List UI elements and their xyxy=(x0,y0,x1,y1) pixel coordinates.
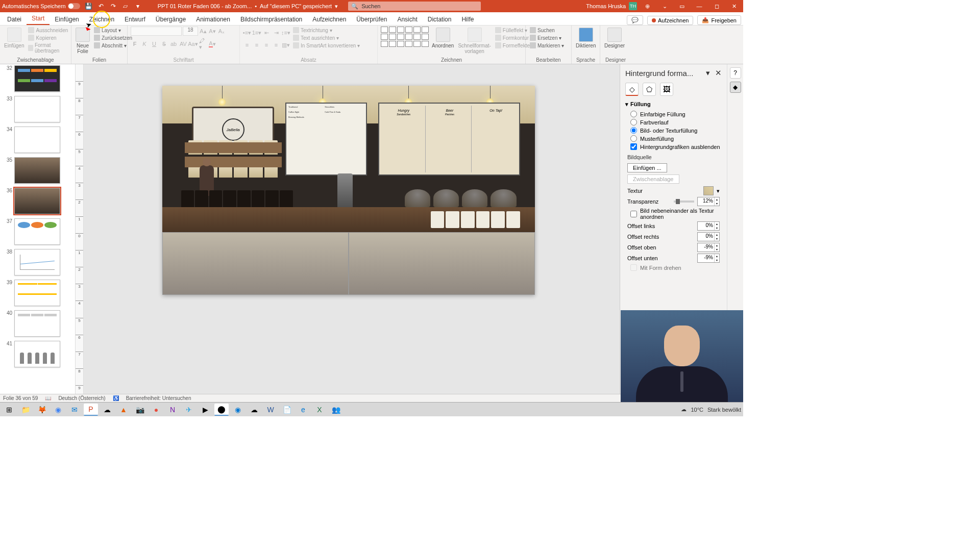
designer-button[interactable]: Designer xyxy=(603,27,626,49)
save-icon[interactable]: 💾 xyxy=(84,2,93,11)
line-spacing-button[interactable]: ↕≡▾ xyxy=(282,29,290,37)
increase-font-icon[interactable]: A▴ xyxy=(199,27,207,35)
help-rail-icon[interactable]: ? xyxy=(730,67,741,79)
slide-editor[interactable]: 9876543210123456789 JaBella TraditionalC… xyxy=(76,64,620,402)
app-icon[interactable]: ☁ xyxy=(100,404,114,416)
font-name-combo[interactable] xyxy=(131,27,182,36)
format-rail-icon[interactable]: ◆ xyxy=(730,82,741,93)
offset-top-input[interactable]: -9%▴▾ xyxy=(697,243,720,252)
tab-hilfe[interactable]: Hilfe xyxy=(456,14,479,25)
indent-right-button[interactable]: ⇥ xyxy=(272,29,280,37)
app-icon[interactable]: ◉ xyxy=(231,404,245,416)
arrange-button[interactable]: Anordnen xyxy=(431,27,455,49)
language-status[interactable]: Deutsch (Österreich) xyxy=(58,395,105,401)
undo-icon[interactable]: ↶ xyxy=(96,2,106,11)
aufzeichnen-button[interactable]: Aufzeichnen xyxy=(647,16,694,25)
pane-close-icon[interactable]: ✕ xyxy=(715,68,722,77)
fill-tab-icon[interactable]: ◇ xyxy=(625,83,639,96)
slide-thumb-40[interactable] xyxy=(14,310,60,337)
slide-thumb-39[interactable] xyxy=(14,280,60,306)
texture-dropdown-icon[interactable]: ▾ xyxy=(717,188,720,194)
ribbon-mode-icon[interactable]: ⌄ xyxy=(657,2,672,11)
slide-thumb-37[interactable] xyxy=(14,218,60,245)
tab-animationen[interactable]: Animationen xyxy=(191,14,235,25)
window-icon[interactable]: ▭ xyxy=(675,2,689,11)
strike-button[interactable]: S̶ xyxy=(160,40,168,48)
picture-tab-icon[interactable]: 🖼 xyxy=(660,83,673,96)
decrease-font-icon[interactable]: A▾ xyxy=(208,27,216,35)
telegram-icon[interactable]: ✈ xyxy=(182,404,196,416)
vlc-icon[interactable]: ▲ xyxy=(116,404,131,416)
slide-thumb-41[interactable] xyxy=(14,341,60,367)
fill-picture-radio[interactable]: Bild- oder Texturfüllung xyxy=(630,127,722,134)
obs-icon[interactable]: ⬤ xyxy=(214,404,229,416)
app-icon[interactable]: 📄 xyxy=(280,404,294,416)
app-icon[interactable]: ▶ xyxy=(198,404,212,416)
accessibility-status[interactable]: Barrierefreiheit: Untersuchen xyxy=(126,395,191,401)
text-direction-button[interactable]: Textrichtung▾ xyxy=(292,27,361,34)
bold-button[interactable]: F xyxy=(131,40,139,48)
slide-thumb-32[interactable] xyxy=(14,65,60,92)
fill-pattern-radio[interactable]: Musterfüllung xyxy=(630,135,722,142)
offset-left-input[interactable]: 0%▴▾ xyxy=(697,221,720,231)
find-button[interactable]: Suchen xyxy=(529,27,565,34)
outlook-icon[interactable]: ✉ xyxy=(67,404,82,416)
redo-icon[interactable]: ↷ xyxy=(109,2,118,11)
dictate-button[interactable]: Diktieren xyxy=(575,27,597,49)
smartart-button[interactable]: In SmartArt konvertieren▾ xyxy=(292,42,361,49)
italic-button[interactable]: K xyxy=(140,40,149,48)
app-icon[interactable]: ☁ xyxy=(247,404,261,416)
select-button[interactable]: Markieren▾ xyxy=(529,42,565,49)
insert-button[interactable]: Einfügen ... xyxy=(627,163,667,172)
highlight-button[interactable]: 🖍▾ xyxy=(199,40,207,48)
columns-button[interactable]: ▥▾ xyxy=(282,41,290,49)
chrome-icon[interactable]: ◉ xyxy=(51,404,65,416)
clear-format-icon[interactable]: Aₓ xyxy=(217,27,226,35)
align-center-button[interactable]: ≡ xyxy=(253,41,261,49)
tab-einfuegen[interactable]: Einfügen xyxy=(50,14,84,25)
tab-aufzeichnen[interactable]: Aufzeichnen xyxy=(307,14,351,25)
hide-bg-checkbox[interactable]: Hintergrundgrafiken ausblenden xyxy=(630,143,722,150)
underline-button[interactable]: U xyxy=(150,40,158,48)
tab-datei[interactable]: Datei xyxy=(2,14,27,25)
powerpoint-icon[interactable]: P xyxy=(84,404,98,416)
slide-thumb-35[interactable] xyxy=(14,157,60,184)
shapes-gallery[interactable] xyxy=(381,27,429,47)
weather-icon[interactable]: ☁ xyxy=(681,406,687,413)
slide-thumb-33[interactable] xyxy=(14,96,60,122)
tab-bildschirmpraesentation[interactable]: Bildschirmpräsentation xyxy=(235,14,307,25)
present-icon[interactable]: ⊕ xyxy=(640,2,654,11)
start-button[interactable]: ⊞ xyxy=(2,404,16,416)
tab-entwurf[interactable]: Entwurf xyxy=(119,14,151,25)
slide-counter[interactable]: Folie 36 von 59 xyxy=(3,395,38,401)
app-icon[interactable]: ● xyxy=(149,404,163,416)
accessibility-icon[interactable]: ♿ xyxy=(113,395,119,401)
slide-thumbnails-panel[interactable]: 32 33 34 35 36 37 38 39 40 41 xyxy=(0,64,76,402)
spacing-button[interactable]: AV xyxy=(179,40,187,48)
copy-button[interactable]: Kopieren xyxy=(27,34,69,41)
effects-tab-icon[interactable]: ⬠ xyxy=(643,83,656,96)
cut-button[interactable]: Ausschneiden xyxy=(27,27,69,34)
transparency-slider[interactable] xyxy=(674,201,694,203)
tab-ueberpruefen[interactable]: Überprüfen xyxy=(351,14,392,25)
bullets-button[interactable]: •≡▾ xyxy=(243,29,251,37)
excel-icon[interactable]: X xyxy=(312,404,327,416)
fill-gradient-radio[interactable]: Farbverlauf xyxy=(630,119,722,126)
onenote-icon[interactable]: N xyxy=(165,404,180,416)
fill-solid-radio[interactable]: Einfarbige Füllung xyxy=(630,111,722,117)
user-name[interactable]: Thomas Hruska xyxy=(586,3,626,9)
app-icon[interactable]: 📷 xyxy=(133,404,147,416)
explorer-icon[interactable]: 📁 xyxy=(18,404,33,416)
maximize-icon[interactable]: ◻ xyxy=(709,2,724,11)
font-size-combo[interactable]: 18 xyxy=(183,27,198,36)
paste-button[interactable]: Einfügen xyxy=(3,27,25,49)
teams-icon[interactable]: 👥 xyxy=(329,404,343,416)
offset-right-input[interactable]: 0%▴▾ xyxy=(697,232,720,241)
numbering-button[interactable]: 1≡▾ xyxy=(253,29,261,37)
close-icon[interactable]: ✕ xyxy=(727,2,741,11)
tab-start[interactable]: Start xyxy=(27,13,50,25)
new-slide-button[interactable]: Neue Folie xyxy=(75,27,91,55)
tab-ansicht[interactable]: Ansicht xyxy=(392,14,422,25)
quick-styles-button[interactable]: Schnellformat- vorlagen xyxy=(457,27,492,55)
case-button[interactable]: Aa▾ xyxy=(189,40,197,48)
